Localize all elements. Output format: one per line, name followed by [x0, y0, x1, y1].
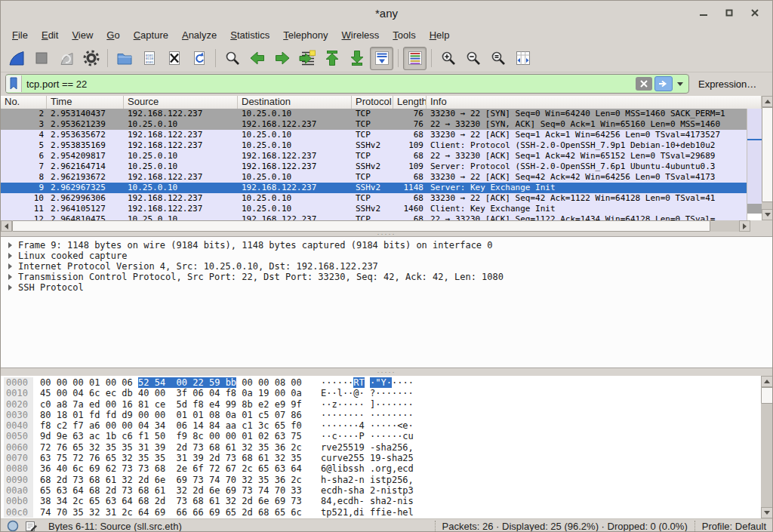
restart-capture-button[interactable] [54, 47, 78, 70]
hex-row[interactable]: 0020c0 a8 7a ed 00 16 81 ce 5d f8 e4 99 … [4, 399, 772, 410]
zoom-in-button[interactable] [436, 47, 460, 70]
menu-item-view[interactable]: View [65, 26, 100, 44]
vscroll-thumb[interactable] [762, 107, 773, 202]
stop-capture-button[interactable] [29, 47, 53, 70]
hex-row[interactable]: 009068 2d 73 68 61 32 2d 6e 69 73 74 70 … [4, 475, 772, 485]
menu-item-go[interactable]: Go [100, 26, 126, 44]
hex-row[interactable]: 00509d 9e 63 ac 1b c6 f1 50 f9 8c 00 00 … [4, 431, 772, 441]
filter-history-dropdown[interactable] [675, 82, 685, 86]
scroll-down-button[interactable] [762, 209, 773, 220]
find-packet-button[interactable] [220, 47, 244, 70]
packet-list-vscrollbar[interactable] [762, 96, 773, 220]
packet-row[interactable]: 32.95362123910.25.0.10192.168.122.237TCP… [1, 119, 747, 130]
resize-columns-button[interactable] [511, 47, 534, 70]
expand-triangle-icon[interactable] [8, 242, 12, 248]
filter-clear-button[interactable] [636, 77, 652, 91]
menu-item-wireless[interactable]: Wireless [335, 26, 386, 44]
packet-list-minimap[interactable] [747, 109, 762, 220]
menu-item-capture[interactable]: Capture [127, 26, 175, 44]
menu-item-tools[interactable]: Tools [386, 26, 422, 44]
detail-row[interactable]: Linux cooked capture [7, 251, 772, 261]
packet-row[interactable]: 122.96481047510.25.0.10192.168.122.237TC… [1, 214, 747, 220]
menu-item-telephony[interactable]: Telephony [276, 26, 334, 44]
scroll-right-button[interactable] [739, 220, 750, 232]
add-filter-button[interactable]: + [768, 77, 773, 91]
hex-row[interactable]: 0040f8 c2 f7 a6 00 00 04 34 06 14 84 aa … [4, 420, 772, 431]
packet-row[interactable]: 52.953835169192.168.122.23710.25.0.10SSH… [1, 140, 747, 151]
expression-button[interactable]: Expression… [689, 78, 765, 90]
hex-row[interactable]: 00a065 63 64 68 2d 73 68 61 32 2d 6e 69 … [4, 485, 772, 496]
expand-triangle-icon[interactable] [8, 284, 12, 291]
packet-row[interactable]: 22.953140437192.168.122.23710.25.0.10TCP… [1, 109, 747, 119]
detail-row[interactable]: Frame 9: 1148 bytes on wire (9184 bits),… [7, 240, 772, 251]
column-header-no[interactable]: No. [1, 96, 47, 109]
packet-list-hscrollbar[interactable] [1, 220, 750, 232]
menu-item-edit[interactable]: Edit [35, 26, 65, 44]
scroll-up-button[interactable] [761, 376, 773, 387]
column-header-protocol[interactable]: Protocol [352, 96, 393, 109]
vscroll-thumb[interactable] [761, 387, 773, 404]
menu-item-file[interactable]: File [5, 26, 35, 44]
go-to-packet-button[interactable] [295, 47, 319, 70]
open-file-button[interactable] [112, 47, 136, 70]
go-back-button[interactable] [245, 47, 269, 70]
column-header-time[interactable]: Time [47, 96, 124, 109]
colorize-button[interactable] [403, 47, 427, 70]
detail-row[interactable]: SSH Protocol [7, 282, 772, 293]
hex-row[interactable]: 003080 18 01 fd fd d9 00 00 01 01 08 0a … [4, 410, 772, 420]
go-forward-button[interactable] [270, 47, 294, 70]
hex-row[interactable]: 00c074 70 35 32 31 2c 64 69 66 66 69 65 … [4, 507, 772, 518]
go-last-button[interactable] [345, 47, 368, 70]
filter-bookmark-button[interactable] [6, 75, 22, 92]
scroll-down-button[interactable] [761, 507, 773, 518]
close-file-button[interactable] [162, 47, 186, 70]
hex-row[interactable]: 008036 40 6c 69 62 73 73 68 2e 6f 72 67 … [4, 463, 772, 474]
start-capture-button[interactable] [5, 47, 28, 70]
detail-row[interactable]: Internet Protocol Version 4, Src: 10.25.… [7, 261, 772, 272]
go-first-button[interactable] [320, 47, 343, 70]
close-button[interactable] [742, 4, 768, 22]
menu-item-analyze[interactable]: Analyze [175, 26, 223, 44]
hex-row[interactable]: 006072 76 65 32 35 35 31 39 2d 73 68 61 … [4, 442, 772, 453]
packet-row[interactable]: 82.962193672192.168.122.23710.25.0.10TCP… [1, 172, 747, 183]
capture-options-button[interactable] [79, 47, 103, 70]
auto-scroll-button[interactable] [370, 47, 393, 70]
expert-info-button[interactable] [7, 520, 19, 532]
packet-row[interactable]: 102.962996306192.168.122.23710.25.0.10TC… [1, 193, 747, 204]
reload-file-button[interactable] [187, 47, 211, 70]
column-header-length[interactable]: Length [393, 96, 427, 109]
status-profile[interactable]: Profile: Default [702, 521, 766, 532]
hex-row[interactable]: 001045 00 04 6c ec db 40 00 3f 06 04 f8 … [4, 388, 772, 398]
expand-triangle-icon[interactable] [8, 253, 12, 259]
zoom-original-button[interactable] [486, 47, 510, 70]
menu-item-statistics[interactable]: Statistics [223, 26, 276, 44]
scroll-left-button[interactable] [1, 220, 12, 232]
packet-row[interactable]: 92.96296732510.25.0.10192.168.122.237SSH… [1, 183, 747, 193]
hscroll-thumb[interactable] [12, 220, 710, 232]
expand-triangle-icon[interactable] [8, 274, 12, 280]
filter-apply-button[interactable] [654, 76, 673, 91]
hex-row[interactable]: 000000 00 00 01 00 06 52 54 00 22 59 bb … [4, 377, 772, 388]
display-filter-input[interactable] [22, 78, 636, 90]
maximize-button[interactable] [716, 4, 742, 22]
hex-row[interactable]: 00b038 34 2c 65 63 64 68 2d 73 68 61 32 … [4, 496, 772, 506]
scroll-up-button[interactable] [762, 96, 773, 107]
pane-splitter-bottom[interactable]: ····· [1, 368, 772, 376]
chevron-down-icon [677, 82, 683, 86]
menu-item-help[interactable]: Help [423, 26, 457, 44]
packet-row[interactable]: 62.95420981710.25.0.10192.168.122.237TCP… [1, 151, 747, 161]
column-header-source[interactable]: Source [124, 96, 238, 109]
capture-comment-button[interactable] [25, 520, 38, 532]
expand-triangle-icon[interactable] [8, 263, 12, 269]
hex-row[interactable]: 007063 75 72 76 65 32 35 35 31 39 2d 73 … [4, 453, 772, 463]
detail-row[interactable]: Transmission Control Protocol, Src Port:… [7, 272, 772, 282]
bytes-vscrollbar[interactable] [761, 376, 773, 518]
packet-row[interactable]: 72.96216471410.25.0.10192.168.122.237SSH… [1, 161, 747, 172]
column-header-destination[interactable]: Destination [238, 96, 352, 109]
packet-row[interactable]: 112.964105127192.168.122.23710.25.0.10SS… [1, 204, 747, 214]
column-header-info[interactable]: Info [427, 96, 762, 109]
save-file-button[interactable]: 010101100101 [137, 47, 161, 70]
minimize-button[interactable] [691, 4, 716, 22]
packet-row[interactable]: 42.953635672192.168.122.23710.25.0.10TCP… [1, 130, 747, 140]
zoom-out-button[interactable] [461, 47, 485, 70]
